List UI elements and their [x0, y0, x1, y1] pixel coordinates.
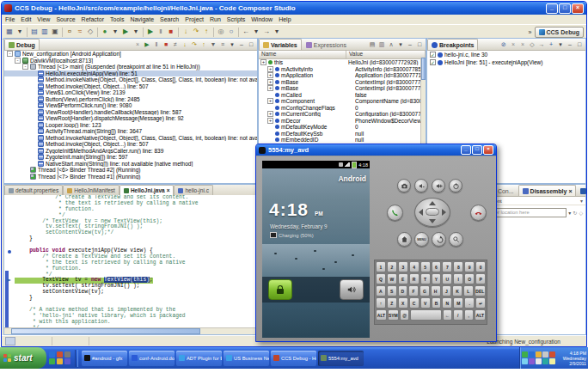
forward-dropdown-icon[interactable]: ▾: [272, 27, 282, 37]
variable-row[interactable]: +mActivityInfoActivityInfo (id=830007785…: [259, 66, 426, 73]
add-icon[interactable]: +: [547, 40, 555, 49]
key-2[interactable]: 2: [387, 261, 397, 272]
volume-down-button[interactable]: [414, 179, 428, 193]
taskbar-button-emulator[interactable]: 5554:my_avd: [318, 351, 364, 366]
key-v[interactable]: V: [420, 297, 431, 309]
call-button[interactable]: [387, 205, 403, 221]
end-call-button[interactable]: [470, 205, 487, 221]
maximize-icon[interactable]: □: [575, 40, 584, 49]
menu-source[interactable]: Source: [56, 16, 75, 22]
new-icon[interactable]: ▦: [4, 27, 15, 37]
save-all-icon[interactable]: ▥: [40, 27, 50, 37]
tray-icon[interactable]: [522, 351, 528, 358]
refresh-icon[interactable]: ↻: [573, 210, 577, 216]
back-dropdown-icon[interactable]: ▾: [251, 27, 261, 37]
dpad-center-button[interactable]: [426, 208, 439, 216]
mark-occurrences-icon[interactable]: ◎: [216, 27, 226, 37]
menu-view[interactable]: View: [37, 16, 50, 22]
maximize-icon[interactable]: □: [247, 40, 255, 49]
taskbar-button-cmd[interactable]: #android - gfx: [82, 351, 127, 366]
stack-frame[interactable]: ViewRoot(Handler).dispatchMessage(Messag…: [4, 115, 257, 122]
stack-frame[interactable]: View$1.onClick(View) line: 2139: [4, 89, 257, 96]
variable-row[interactable]: +mDecorPhoneWindow$DecorView (id=8300077…: [259, 118, 426, 125]
key-space[interactable]: [410, 309, 441, 321]
method-breakpoint-icon[interactable]: [8, 250, 11, 254]
connect-icon[interactable]: ◇: [85, 27, 95, 37]
key-m[interactable]: M: [453, 297, 463, 309]
tray-icon[interactable]: [529, 358, 535, 364]
remove-terminated-icon[interactable]: ×: [133, 40, 142, 49]
tray-icon[interactable]: [536, 351, 542, 358]
variable-row[interactable]: +mBaseContextImpl (id=830007773168): [259, 79, 426, 86]
step-into-icon[interactable]: ↓: [181, 27, 191, 37]
key-8[interactable]: 8: [453, 261, 463, 272]
tray-icon[interactable]: [549, 351, 555, 358]
skip-all-icon[interactable]: ⊘: [499, 40, 508, 49]
stack-frame[interactable]: ActivityThread.main(String[]) line: 3647: [4, 128, 257, 135]
tab-console[interactable]: Console: [576, 185, 588, 196]
dpad[interactable]: [414, 198, 450, 227]
step-filters-icon[interactable]: ≡: [218, 40, 227, 49]
key-w[interactable]: W: [387, 273, 397, 284]
dpad-left-icon[interactable]: [419, 209, 423, 216]
debug-icon[interactable]: ●: [100, 27, 110, 37]
menu-navigate[interactable]: Navigate: [130, 16, 154, 22]
search-button[interactable]: [449, 232, 463, 247]
key-t[interactable]: T: [420, 273, 431, 284]
menu-edit[interactable]: Edit: [21, 16, 31, 22]
emulator-maximize-button[interactable]: □: [472, 145, 482, 155]
key-3[interactable]: 3: [398, 261, 408, 272]
sound-toggle-button[interactable]: [340, 279, 364, 300]
dpad-down-icon[interactable]: [429, 219, 436, 223]
view-menu-icon[interactable]: ▾: [228, 40, 236, 49]
close-tab-icon[interactable]: ×: [167, 187, 170, 193]
terminate-icon[interactable]: ■: [162, 40, 170, 49]
camera-button[interactable]: [397, 179, 411, 193]
editor-tab-hellojni-java[interactable]: HelloJni.java×: [119, 185, 175, 195]
quick-launch-icon[interactable]: [57, 351, 63, 358]
title-bar[interactable]: CCS Debug - HelloJni/src/com/example/hel…: [2, 2, 586, 15]
key-h[interactable]: H: [431, 285, 441, 296]
key-n[interactable]: N: [442, 297, 452, 309]
minimize-icon[interactable]: –: [237, 40, 246, 49]
key-j[interactable]: J: [442, 285, 452, 296]
stack-frame[interactable]: Looper.loop() line: 123: [4, 122, 257, 129]
stack-frame[interactable]: NativeStart.main(String[]) line: not ava…: [4, 161, 257, 168]
dpad-up-icon[interactable]: [429, 201, 436, 205]
menu-window[interactable]: Window: [251, 16, 273, 22]
perspective-button[interactable]: CCS Debug: [535, 27, 585, 38]
suspend-icon[interactable]: ‖: [152, 40, 161, 49]
resume-icon[interactable]: ▶: [145, 27, 156, 37]
resume-icon[interactable]: ▶: [143, 40, 151, 49]
taskbar-button-ccs[interactable]: CCS Debug - HelloJni...: [271, 351, 316, 366]
suspend-icon[interactable]: ‖: [156, 27, 166, 37]
key-↵[interactable]: ↵: [475, 297, 486, 309]
power-button[interactable]: [449, 179, 462, 193]
key-e[interactable]: E: [398, 273, 408, 284]
tab-disassembly[interactable]: Disassembly×: [518, 185, 577, 196]
save-icon[interactable]: ▤: [29, 27, 40, 37]
key-p[interactable]: P: [475, 273, 486, 284]
stack-frame[interactable]: ViewRoot(Handler).handleCallback(Message…: [4, 109, 257, 116]
back-button[interactable]: [432, 232, 446, 247]
terminate-icon[interactable]: ■: [166, 27, 176, 37]
key-z[interactable]: Z: [387, 297, 397, 309]
phone-screen[interactable]: 4:18 Android 4:18 PM Wednesday, February…: [262, 161, 370, 338]
menu-tools[interactable]: Tools: [110, 16, 124, 22]
stack-frame[interactable]: ZygoteInit$MethodAndArgsCaller.run() lin…: [4, 148, 257, 155]
run-dropdown-icon[interactable]: ▾: [131, 27, 141, 37]
volume-up-button[interactable]: [432, 179, 445, 193]
debug-tree-node[interactable]: -Thread [<1> main] (Suspended (breakpoin…: [4, 64, 257, 70]
forward-icon[interactable]: →: [261, 27, 272, 37]
quick-launch-icon[interactable]: [57, 358, 63, 364]
key-7[interactable]: 7: [442, 261, 452, 272]
step-return-icon[interactable]: ↑: [199, 40, 208, 49]
key-l[interactable]: L: [463, 285, 474, 296]
key-del[interactable]: DEL: [475, 285, 486, 296]
unlock-button[interactable]: [268, 279, 292, 300]
remove-all-icon[interactable]: ×: [518, 40, 527, 49]
key-↑[interactable]: ↑: [376, 297, 386, 309]
show-type-names-icon[interactable]: ▤: [368, 40, 377, 49]
variable-row[interactable]: mEmbeddedIDnull: [259, 137, 426, 144]
key-b[interactable]: B: [432, 297, 442, 309]
